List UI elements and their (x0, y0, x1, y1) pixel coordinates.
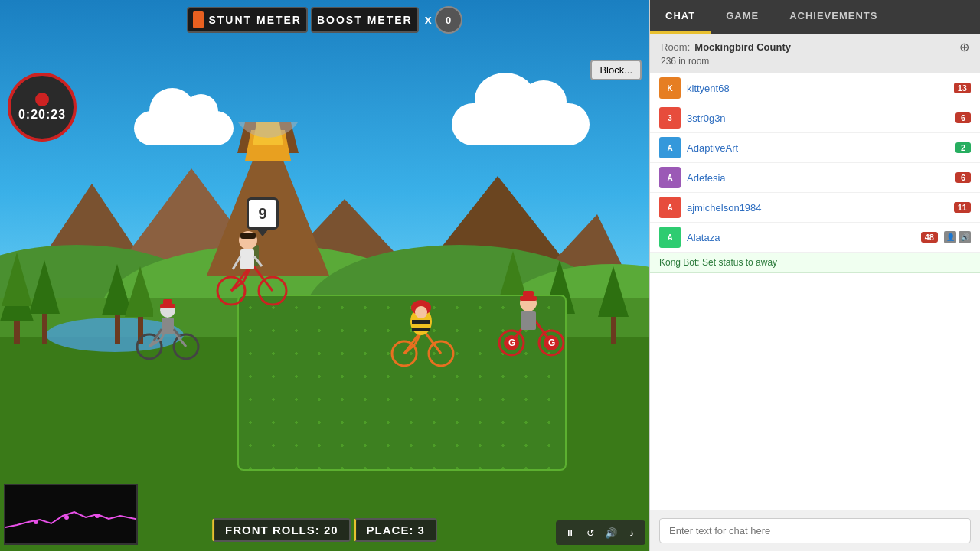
media-controls: ⏸ ↺ 🔊 ♪ (556, 520, 645, 545)
tab-chat[interactable]: CHAT (650, 0, 710, 34)
svg-rect-30 (611, 314, 616, 344)
user-audio-icon: 🔊 (959, 231, 971, 243)
svg-point-67 (415, 306, 427, 318)
bottom-hud: FRONT ROLLS: 20 PLACE: 3 (212, 518, 437, 542)
place-stat: PLACE: 3 (354, 518, 437, 542)
room-header: Room: Mockingbird County ⊕ 236 in room (650, 34, 980, 73)
timer-icon (35, 93, 49, 106)
room-label: Room: (661, 41, 690, 53)
timer-widget: 0:20:23 (8, 73, 77, 142)
user-name[interactable]: 3str0g3n (687, 112, 949, 124)
svg-point-81 (34, 520, 38, 524)
user-name[interactable]: AdaptiveArt (687, 142, 949, 154)
user-avatar: A (659, 167, 681, 188)
volume-button[interactable]: 🔊 (602, 523, 620, 542)
user-level-badge: 6 (956, 172, 971, 183)
svg-rect-55 (240, 233, 256, 239)
block-button[interactable]: Block... (590, 60, 642, 80)
user-level-badge: 11 (954, 202, 971, 213)
character-g: G G (496, 276, 573, 367)
svg-marker-18 (2, 253, 32, 306)
svg-point-82 (64, 515, 69, 520)
trees-left (0, 245, 153, 352)
tab-achievements[interactable]: ACHIEVEMENTS (774, 0, 893, 34)
user-item[interactable]: 3 3str0g3n 6 (650, 103, 980, 133)
room-count: 236 in room (661, 56, 969, 67)
svg-rect-64 (412, 328, 430, 331)
svg-marker-31 (598, 266, 629, 317)
user-item[interactable]: K kittyent68 13 (650, 73, 980, 103)
character-1 (134, 287, 203, 364)
svg-text:G: G (548, 337, 555, 348)
user-name[interactable]: Alataza (687, 232, 915, 243)
user-avatar: 3 (659, 107, 681, 129)
character-main (214, 222, 291, 314)
tab-game[interactable]: GAME (710, 0, 774, 34)
user-item[interactable]: A ajmichelson1984 11 (650, 193, 980, 223)
restart-button[interactable]: ↺ (581, 523, 599, 542)
minimap (4, 484, 138, 545)
sidebar-tabs: CHAT GAME ACHIEVEMENTS (650, 0, 980, 34)
music-button[interactable]: ♪ (622, 523, 641, 542)
place-label: PLACE: 3 (367, 523, 425, 536)
front-rolls-stat: FRONT ROLLS: 20 (212, 518, 351, 542)
user-avatar: A (659, 197, 681, 218)
svg-rect-79 (523, 291, 534, 297)
user-item[interactable]: A Alataza 48 👤 🔊 (650, 223, 980, 253)
svg-rect-80 (5, 485, 138, 545)
svg-rect-19 (42, 310, 47, 344)
user-level-badge: 48 (921, 232, 938, 243)
expand-icon[interactable]: ⊕ (959, 40, 969, 54)
user-avatar: A (659, 137, 681, 158)
user-status-icon: 👤 (944, 231, 956, 243)
users-list: K kittyent68 13 3 3str0g3n 6 A AdaptiveA… (650, 73, 980, 510)
timer-text: 0:20:23 (18, 108, 66, 122)
user-level-badge: 13 (954, 83, 971, 93)
user-icons: 👤 🔊 (944, 231, 971, 243)
room-name: Mockingbird County (694, 41, 791, 53)
user-level-badge: 6 (956, 112, 971, 123)
game-area: 9 (0, 0, 649, 551)
svg-point-83 (95, 514, 100, 518)
user-level-badge: 2 (956, 142, 971, 153)
sidebar: CHAT GAME ACHIEVEMENTS Room: Mockingbird… (649, 0, 980, 551)
user-item[interactable]: A AdaptiveArt 2 (650, 133, 980, 163)
svg-rect-43 (163, 299, 172, 305)
pause-button[interactable]: ⏸ (560, 523, 579, 542)
svg-rect-63 (412, 320, 430, 324)
svg-rect-52 (240, 249, 254, 269)
svg-rect-21 (115, 312, 120, 344)
character-bee (390, 291, 459, 375)
svg-rect-73 (521, 311, 536, 330)
system-message: Kong Bot: Set status to away (650, 253, 980, 273)
svg-rect-39 (162, 318, 174, 334)
chat-input[interactable] (659, 518, 971, 543)
svg-line-53 (233, 256, 240, 269)
user-avatar: K (659, 77, 681, 99)
svg-marker-20 (29, 260, 60, 314)
svg-text:G: G (508, 337, 515, 348)
chat-input-area (650, 510, 980, 551)
user-name[interactable]: ajmichelson1984 (687, 202, 948, 214)
front-rolls-label: FRONT ROLLS: 20 (225, 523, 338, 536)
user-avatar: A (659, 227, 681, 248)
user-name[interactable]: Adefesia (687, 172, 949, 184)
user-name[interactable]: kittyent68 (687, 83, 948, 94)
user-item[interactable]: A Adefesia 6 (650, 163, 980, 193)
